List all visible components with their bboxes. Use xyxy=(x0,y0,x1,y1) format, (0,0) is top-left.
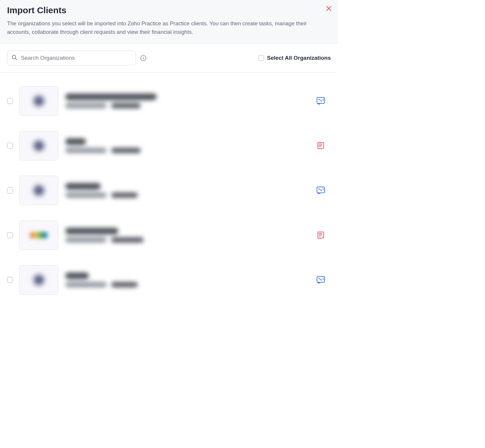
org-logo xyxy=(19,176,58,205)
select-all-checkbox[interactable]: Select All Organizations xyxy=(258,55,331,61)
svg-rect-4 xyxy=(143,58,144,59)
svg-line-1 xyxy=(15,59,17,60)
svg-line-26 xyxy=(319,278,322,280)
org-text-blurred xyxy=(65,273,309,287)
svg-line-8 xyxy=(319,99,322,101)
row-checkbox[interactable] xyxy=(7,188,13,193)
org-text-blurred xyxy=(65,94,309,108)
row-checkbox[interactable] xyxy=(7,277,13,283)
expense-icon xyxy=(309,142,333,150)
svg-point-3 xyxy=(143,57,144,57)
page-description: The organizations you select will be imp… xyxy=(7,19,325,36)
org-logo xyxy=(19,265,58,295)
row-checkbox[interactable] xyxy=(7,98,13,104)
organization-list xyxy=(0,73,338,305)
info-icon[interactable] xyxy=(140,55,147,61)
books-icon xyxy=(309,186,333,195)
list-item[interactable] xyxy=(7,79,333,123)
list-item[interactable] xyxy=(7,258,333,302)
toolbar: Select All Organizations xyxy=(0,44,338,73)
svg-line-17 xyxy=(319,189,322,191)
org-logo xyxy=(19,86,58,116)
books-icon xyxy=(309,276,333,284)
org-text-blurred xyxy=(65,138,309,153)
org-text-blurred xyxy=(65,228,309,243)
search-icon xyxy=(11,54,17,62)
org-text-blurred xyxy=(65,183,309,198)
checkbox-box xyxy=(258,55,264,61)
search-input[interactable] xyxy=(21,55,132,61)
books-icon xyxy=(309,97,333,105)
search-box[interactable] xyxy=(7,51,136,65)
org-logo xyxy=(19,131,58,160)
org-logo xyxy=(19,220,58,250)
page-title: Import Clients xyxy=(7,5,331,15)
close-icon[interactable] xyxy=(326,6,331,12)
row-checkbox[interactable] xyxy=(7,232,13,238)
select-all-label: Select All Organizations xyxy=(267,55,331,61)
toolbar-left xyxy=(7,51,147,65)
row-checkbox[interactable] xyxy=(7,143,13,149)
expense-icon xyxy=(309,231,333,239)
list-item[interactable] xyxy=(7,213,333,258)
dialog-header: Import Clients The organizations you sel… xyxy=(0,0,338,44)
list-item[interactable] xyxy=(7,123,333,168)
list-item[interactable] xyxy=(7,168,333,213)
